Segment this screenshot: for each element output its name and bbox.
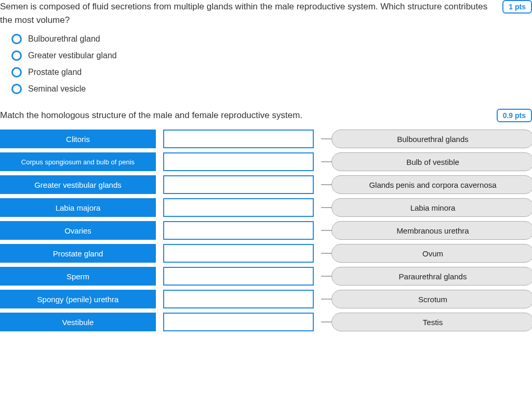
connector-line <box>321 138 331 139</box>
option-label: Bulbourethral gland <box>28 34 100 44</box>
question-2: Match the homologous structure of the ma… <box>0 109 532 331</box>
match-answer-wrap: Membranous urethra <box>321 221 532 240</box>
radio-icon <box>11 84 22 94</box>
match-answer[interactable]: Labia minora <box>331 198 532 217</box>
option-greater-vestibular[interactable]: Greater vestibular gland <box>11 50 532 61</box>
match-answer[interactable]: Testis <box>331 313 532 331</box>
match-drop-target[interactable] <box>163 175 314 194</box>
match-answer[interactable]: Glands penis and corpora cavernosa <box>331 175 532 194</box>
match-drop-target[interactable] <box>163 221 314 240</box>
match-answer[interactable]: Scrotum <box>331 290 532 308</box>
match-drop-target[interactable] <box>163 130 314 148</box>
option-prostate[interactable]: Prostate gland <box>11 67 532 78</box>
match-term[interactable]: Clitoris <box>0 130 156 148</box>
match-answer-wrap: Glands penis and corpora cavernosa <box>321 175 532 194</box>
connector-line <box>321 207 331 208</box>
option-label: Prostate gland <box>28 68 82 77</box>
match-answer-wrap: Testis <box>321 313 532 331</box>
q2-points-badge: 0.9 pts <box>497 109 532 122</box>
radio-icon <box>11 50 22 61</box>
match-term[interactable]: Sperm <box>0 267 156 286</box>
question-1: Semen is composed of fluid secretions fr… <box>0 0 532 94</box>
q2-header: Match the homologous structure of the ma… <box>0 109 532 122</box>
q1-options: Bulbourethral gland Greater vestibular g… <box>0 34 532 94</box>
connector-line <box>321 161 331 162</box>
match-term[interactable]: Spongy (penile) urethra <box>0 290 156 308</box>
match-term[interactable]: Greater vestibular glands <box>0 175 156 194</box>
match-drop-target[interactable] <box>163 244 314 263</box>
q1-points-badge: 1 pts <box>502 0 532 14</box>
option-label: Greater vestibular gland <box>28 51 117 60</box>
match-answer-wrap: Labia minora <box>321 198 532 217</box>
connector-line <box>321 276 331 277</box>
connector-line <box>321 253 331 254</box>
match-answer[interactable]: Bulb of vestible <box>331 152 532 171</box>
match-answer-wrap: Bulbourethral glands <box>321 130 532 148</box>
option-bulbourethral[interactable]: Bulbourethral gland <box>11 34 532 44</box>
match-answer[interactable]: Bulbourethral glands <box>331 130 532 148</box>
match-drop-target[interactable] <box>163 267 314 286</box>
match-drop-target[interactable] <box>163 198 314 217</box>
match-answer-wrap: Paraurethral glands <box>321 267 532 286</box>
radio-icon <box>11 67 22 78</box>
match-term[interactable]: Ovaries <box>0 221 156 240</box>
match-drop-target[interactable] <box>163 290 314 308</box>
connector-line <box>321 321 331 322</box>
connector-line <box>321 299 331 300</box>
match-answer[interactable]: Ovum <box>331 244 532 263</box>
q1-header: Semen is composed of fluid secretions fr… <box>0 0 532 27</box>
option-seminal-vesicle[interactable]: Seminal vesicle <box>11 84 532 94</box>
connector-line <box>321 230 331 231</box>
match-term[interactable]: Prostate gland <box>0 244 156 263</box>
match-drop-target[interactable] <box>163 313 314 331</box>
q1-text: Semen is composed of fluid secretions fr… <box>0 0 494 27</box>
option-label: Seminal vesicle <box>28 84 86 94</box>
match-answer-wrap: Ovum <box>321 244 532 263</box>
match-drop-target[interactable] <box>163 152 314 171</box>
match-term[interactable]: Labia majora <box>0 198 156 217</box>
radio-icon <box>11 34 22 44</box>
match-answer[interactable]: Membranous urethra <box>331 221 532 240</box>
match-grid: Clitoris Bulbourethral glands Corpus spo… <box>0 130 532 331</box>
match-term[interactable]: Corpus spongiosum and bulb of penis <box>0 152 156 171</box>
connector-line <box>321 184 331 185</box>
match-term[interactable]: Vestibule <box>0 313 156 331</box>
match-answer-wrap: Bulb of vestible <box>321 152 532 171</box>
match-answer-wrap: Scrotum <box>321 290 532 308</box>
match-answer[interactable]: Paraurethral glands <box>331 267 532 286</box>
q2-text: Match the homologous structure of the ma… <box>0 109 488 122</box>
